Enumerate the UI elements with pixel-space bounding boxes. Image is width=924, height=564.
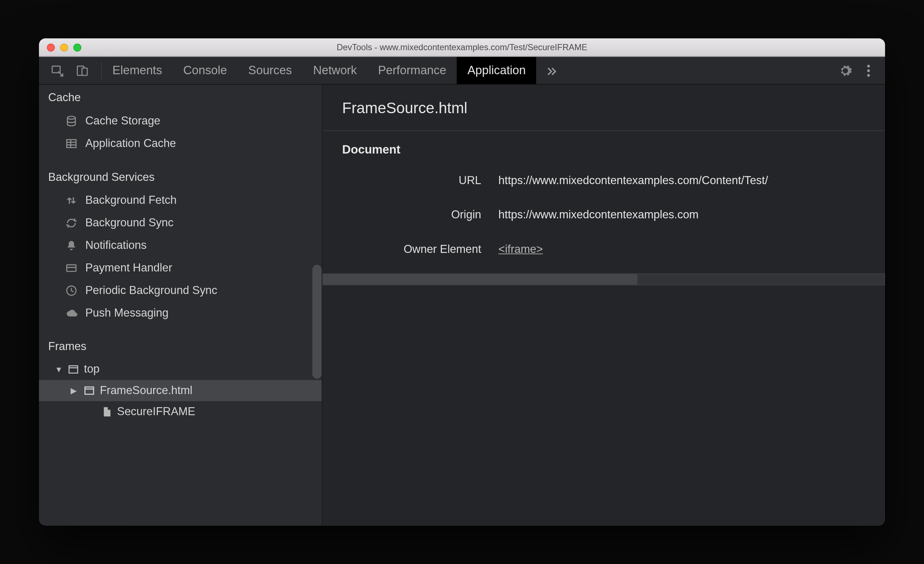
chevron-right-icon: ▶ <box>70 386 79 395</box>
frames-heading: Frames <box>39 334 322 359</box>
maximize-button[interactable] <box>74 43 81 51</box>
sidebar-item-label: Cache Storage <box>85 115 160 128</box>
sidebar-item-application-cache[interactable]: Application Cache <box>39 132 322 155</box>
tree-label: FrameSource.html <box>100 384 192 397</box>
bg-services-heading: Background Services <box>39 164 322 189</box>
frames-top[interactable]: ▼ top <box>39 359 322 380</box>
chevron-down-icon: ▼ <box>55 365 63 374</box>
tab-sources[interactable]: Sources <box>237 57 302 84</box>
horizontal-scrollbar[interactable] <box>322 273 885 285</box>
clock-icon <box>66 285 78 297</box>
card-icon <box>66 262 78 274</box>
sidebar-item-label: Notifications <box>85 239 147 252</box>
sidebar-item-payment-handler[interactable]: Payment Handler <box>39 257 322 279</box>
sidebar-item-push-messaging[interactable]: Push Messaging <box>39 302 322 325</box>
grid-icon <box>66 138 78 150</box>
sync-icon <box>66 217 78 229</box>
tab-network[interactable]: Network <box>303 57 368 84</box>
url-value: https://www.mixedcontentexamples.com/Con… <box>498 174 865 187</box>
sidebar-item-notifications[interactable]: Notifications <box>39 234 322 257</box>
frame-details-panel: FrameSource.html Document URL https://ww… <box>322 85 885 526</box>
sidebar-scrollbar-thumb[interactable] <box>312 265 322 379</box>
frame-title: FrameSource.html <box>322 85 885 130</box>
sidebar-item-bg-sync[interactable]: Background Sync <box>39 212 322 234</box>
owner-element-label: Owner Element <box>342 243 481 256</box>
horizontal-scrollbar-thumb[interactable] <box>323 274 638 285</box>
tab-console[interactable]: Console <box>173 57 237 84</box>
device-toolbar-icon[interactable] <box>76 64 89 77</box>
window-title: DevTools - www.mixedcontentexamples.com/… <box>39 42 885 52</box>
svg-point-5 <box>867 74 870 76</box>
sidebar-item-label: Application Cache <box>85 137 176 150</box>
owner-element-link[interactable]: <iframe> <box>498 243 543 256</box>
cache-heading: Cache <box>39 85 322 110</box>
frames-leaf-secureiframe[interactable]: SecureIFRAME <box>39 401 322 423</box>
sidebar-item-label: Background Sync <box>85 216 174 230</box>
document-icon <box>103 406 112 417</box>
sidebar-item-bg-fetch[interactable]: Background Fetch <box>39 189 322 212</box>
svg-rect-8 <box>67 265 76 272</box>
svg-rect-11 <box>85 387 94 394</box>
svg-point-3 <box>867 64 870 67</box>
devtools-window: DevTools - www.mixedcontentexamples.com/… <box>39 38 885 526</box>
origin-value: https://www.mixedcontentexamples.com <box>498 208 865 222</box>
database-icon <box>66 115 78 127</box>
more-tabs-icon[interactable] <box>536 64 567 76</box>
sidebar-item-cache-storage[interactable]: Cache Storage <box>39 110 322 132</box>
svg-rect-10 <box>69 366 78 373</box>
tab-elements[interactable]: Elements <box>102 57 173 84</box>
sidebar-item-periodic-sync[interactable]: Periodic Background Sync <box>39 279 322 302</box>
window-icon <box>68 364 79 375</box>
tab-performance[interactable]: Performance <box>368 57 457 84</box>
tab-application[interactable]: Application <box>457 57 537 84</box>
svg-point-4 <box>867 69 870 72</box>
cloud-icon <box>66 307 78 319</box>
fetch-icon <box>66 195 78 207</box>
minimize-button[interactable] <box>60 43 68 51</box>
tree-label: SecureIFRAME <box>117 405 195 418</box>
svg-point-6 <box>67 117 75 119</box>
document-section-heading: Document <box>322 131 885 164</box>
svg-rect-2 <box>82 68 87 75</box>
origin-label: Origin <box>342 208 481 222</box>
close-button[interactable] <box>47 43 55 51</box>
sidebar-item-label: Periodic Background Sync <box>85 284 217 297</box>
application-sidebar: Cache Cache Storage Application Cache Ba… <box>39 85 322 526</box>
devtools-tabs: Elements Console Sources Network Perform… <box>39 57 885 84</box>
sidebar-item-label: Payment Handler <box>85 262 172 275</box>
kebab-menu-icon[interactable] <box>867 64 870 77</box>
sidebar-item-label: Push Messaging <box>85 306 168 320</box>
window-titlebar: DevTools - www.mixedcontentexamples.com/… <box>39 38 885 57</box>
frames-child-framesource[interactable]: ▶ FrameSource.html <box>39 380 322 401</box>
url-label: URL <box>342 174 481 187</box>
tree-label: top <box>84 363 100 376</box>
sidebar-item-label: Background Fetch <box>85 194 176 207</box>
inspect-icon[interactable] <box>51 64 64 77</box>
svg-rect-7 <box>67 140 76 148</box>
bell-icon <box>66 240 78 252</box>
settings-icon[interactable] <box>839 64 852 77</box>
window-icon <box>84 386 94 396</box>
